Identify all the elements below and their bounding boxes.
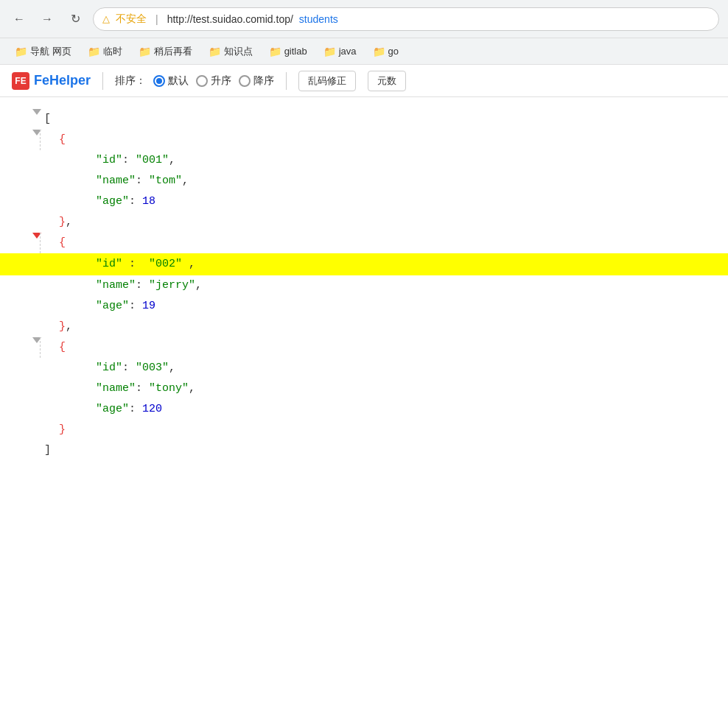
json-obj0-age: "age" : 18	[0, 191, 728, 212]
json-obj0-id: "id" : "001" ,	[0, 150, 728, 171]
bookmark-1[interactable]: 📁 临时	[82, 42, 128, 61]
sort-asc-option[interactable]: 升序	[196, 74, 231, 88]
val-name-1: "jerry"	[149, 277, 195, 295]
obj0-open-brace: {	[59, 131, 66, 149]
json-obj0-open: {	[0, 130, 728, 150]
obj0-id-line: "id" : "001" ,	[44, 150, 728, 171]
obj0-close-line: } ,	[44, 212, 728, 233]
val-age-0: 18	[142, 193, 155, 211]
obj1-brace-open: {	[44, 233, 728, 253]
bookmark-4[interactable]: 📁 gitlab	[263, 43, 313, 60]
obj2-name-line: "name" : "tony" ,	[44, 378, 728, 399]
folder-icon-1: 📁	[88, 46, 100, 57]
comma-id-1: ,	[189, 258, 195, 270]
root-open-bracket: [	[44, 110, 51, 128]
comma-obj1: ,	[66, 318, 72, 336]
json-obj2-open: {	[0, 337, 728, 358]
key-id-2: "id"	[96, 359, 122, 377]
toggle-obj0[interactable]	[0, 130, 44, 135]
back-button[interactable]: ←	[9, 9, 29, 29]
val-id-1: "002"	[149, 258, 182, 270]
dashed-line-2	[40, 337, 41, 358]
root-close-bracket: ]	[44, 440, 728, 461]
key-id-1: "id"	[96, 258, 122, 270]
fehelper-logo: FE FeHelper	[12, 72, 91, 90]
val-id-2: "003"	[136, 359, 169, 377]
obj2-brace-open: {	[44, 337, 728, 358]
toggle-obj1[interactable]	[0, 233, 44, 239]
sort-asc-label: 升序	[211, 74, 231, 88]
key-age-0: "age"	[96, 193, 129, 211]
json-obj1-name: "name" : "jerry" ,	[0, 275, 728, 296]
colon-name-2: :	[136, 380, 149, 398]
obj2-id-line: "id" : "003" ,	[44, 358, 728, 378]
comma-name-0: ,	[182, 172, 189, 190]
fe-icon-text: FE	[15, 76, 26, 86]
sort-asc-radio[interactable]	[196, 75, 208, 87]
folder-icon: 📁	[15, 46, 27, 57]
val-name-2: "tony"	[149, 380, 189, 398]
bookmark-3[interactable]: 📁 知识点	[203, 42, 259, 61]
obj1-name-line: "name" : "jerry" ,	[44, 275, 728, 296]
obj2-close-brace: }	[59, 421, 66, 439]
fehelper-icon: FE	[12, 72, 29, 90]
key-name-2: "name"	[96, 380, 136, 398]
toolbar-divider-2	[286, 72, 287, 90]
json-obj2-close: }	[0, 420, 728, 440]
bookmark-5[interactable]: 📁 java	[318, 43, 363, 60]
sort-desc-option[interactable]: 降序	[239, 74, 274, 88]
colon-age-1: :	[129, 297, 142, 315]
bookmark-2[interactable]: 📁 稍后再看	[133, 42, 198, 61]
obj1-close-line: } ,	[44, 317, 728, 337]
sort-default-option[interactable]: 默认	[153, 74, 189, 88]
url-base: http://test.suidao.comid.top/	[167, 13, 293, 25]
toggle-obj2[interactable]	[0, 337, 44, 343]
obj1-id-line: "id" : "002" ,	[44, 253, 728, 275]
comma-id-2: ,	[169, 359, 175, 377]
forward-button[interactable]: →	[37, 9, 57, 29]
sort-default-label: 默认	[168, 74, 189, 88]
meta-button[interactable]: 元数	[368, 71, 406, 91]
address-bar[interactable]: △ 不安全 | http://test.suidao.comid.top/stu…	[93, 7, 719, 31]
comma-obj0: ,	[66, 214, 72, 231]
bookmark-6[interactable]: 📁 go	[367, 43, 405, 60]
json-bracket-close: ]	[0, 440, 728, 461]
bookmark-label-3: 知识点	[224, 45, 253, 58]
bookmark-label-5: java	[339, 46, 357, 57]
colon-id-2: :	[122, 359, 136, 377]
colon-0: :	[122, 152, 136, 169]
sort-default-radio[interactable]	[153, 75, 165, 87]
fix-encoding-button[interactable]: 乱码修正	[298, 71, 356, 91]
json-obj1-close: } ,	[0, 317, 728, 337]
dashed-line-0	[40, 130, 41, 150]
refresh-button[interactable]: ↻	[65, 9, 85, 29]
json-obj0-name: "name" : "tom" ,	[0, 171, 728, 191]
sort-group: 排序： 默认 升序 降序	[115, 74, 274, 88]
comma-name-2: ,	[189, 380, 195, 398]
key-id-0: "id"	[96, 152, 122, 169]
json-obj2-id: "id" : "003" ,	[0, 358, 728, 378]
sort-label: 排序：	[115, 74, 146, 88]
browser-nav-bar: ← → ↻ △ 不安全 | http://test.suidao.comid.t…	[0, 0, 728, 38]
obj1-open-brace: {	[59, 234, 66, 252]
json-content: [ { "id" : "001" , "name" : "tom" ,	[0, 97, 728, 473]
folder-icon-4: 📁	[269, 46, 281, 57]
key-age-2: "age"	[96, 401, 129, 418]
json-obj1-open: {	[0, 233, 728, 253]
bookmark-label-2: 稍后再看	[154, 45, 192, 58]
sort-desc-label: 降序	[253, 74, 274, 88]
val-name-0: "tom"	[149, 172, 182, 190]
key-name-1: "name"	[96, 277, 136, 295]
colon-age-2: :	[129, 401, 142, 418]
json-obj1-id: "id" : "002" ,	[0, 253, 728, 275]
dashed-line-1	[40, 233, 41, 253]
sort-desc-radio[interactable]	[239, 75, 251, 87]
toggle-root[interactable]	[0, 109, 44, 115]
json-obj0-close: } ,	[0, 212, 728, 233]
collapse-root-icon[interactable]	[32, 109, 41, 115]
key-age-1: "age"	[96, 297, 129, 315]
bookmark-label-0: 导航 网页	[30, 45, 71, 58]
bookmark-label-6: go	[388, 46, 399, 57]
bookmark-0[interactable]: 📁 导航 网页	[9, 42, 77, 61]
url-separator: |	[155, 13, 158, 25]
